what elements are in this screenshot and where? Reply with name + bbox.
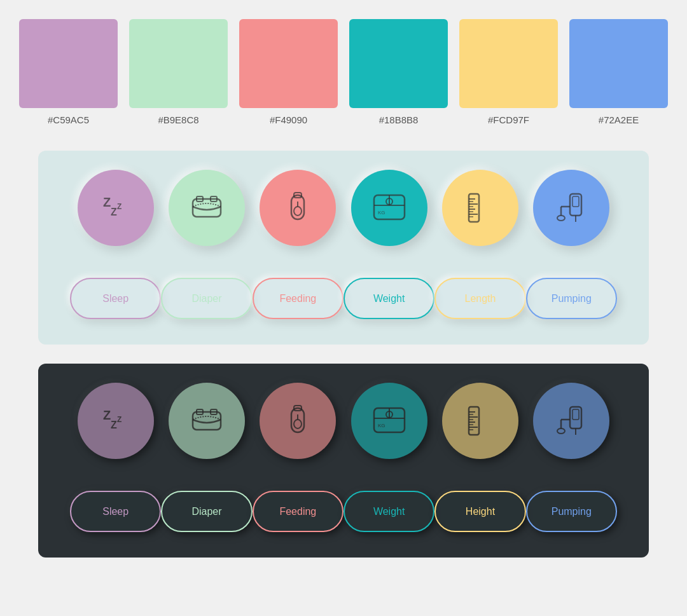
pill-btn-dark-feeding[interactable]: Feeding	[253, 491, 344, 532]
pill-btn-light-sleep[interactable]: Sleep	[70, 278, 161, 319]
svg-rect-54	[570, 407, 581, 428]
circle-icon-dark-height	[442, 383, 518, 459]
pill-btn-dark-pumping[interactable]: Pumping	[526, 491, 617, 532]
swatch-label: #C59AC5	[48, 114, 89, 125]
circle-icon-length	[442, 170, 518, 246]
circle-icon-sleep: Z Z Z	[78, 170, 154, 246]
swatch-item: #F49090	[239, 19, 338, 125]
swatches-section: #C59AC5 #B9E8C8 #F49090 #18B8B8 #FCD97F …	[0, 0, 687, 138]
swatch-box	[129, 19, 228, 108]
pill-btn-dark-sleep[interactable]: Sleep	[70, 491, 161, 532]
circle-icon-dark-feeding	[260, 383, 336, 459]
svg-rect-55	[572, 409, 579, 420]
svg-text:KG: KG	[378, 423, 385, 428]
pill-btn-light-length[interactable]: Length	[434, 278, 525, 319]
pill-btn-dark-diaper[interactable]: Diaper	[161, 491, 252, 532]
swatch-box	[19, 19, 118, 108]
svg-point-8	[294, 207, 302, 216]
svg-text:KG: KG	[378, 210, 385, 216]
pill-btn-light-diaper[interactable]: Diaper	[161, 278, 252, 319]
pill-btn-light-pumping[interactable]: Pumping	[526, 278, 617, 319]
swatch-item: #B9E8C8	[129, 19, 228, 125]
light-icons-row: Z Z Z KG	[70, 170, 617, 246]
swatch-label: #18B8B8	[379, 114, 419, 125]
swatch-box	[239, 19, 338, 108]
circle-icon-diaper	[169, 170, 245, 246]
swatch-label: #FCD97F	[488, 114, 529, 125]
pill-btn-light-weight[interactable]: Weight	[344, 278, 434, 319]
swatch-label: #72A2EE	[599, 114, 639, 125]
svg-point-58	[557, 428, 565, 434]
svg-point-38	[294, 420, 302, 428]
swatch-label: #B9E8C8	[158, 114, 198, 125]
dark-section: Z Z Z KG	[38, 364, 649, 558]
light-buttons-row: SleepDiaperFeedingWeightLengthPumping	[70, 278, 617, 319]
svg-text:Z: Z	[111, 207, 117, 217]
pill-btn-light-feeding[interactable]: Feeding	[253, 278, 344, 319]
svg-rect-25	[572, 196, 579, 207]
circle-icon-dark-weight: KG	[351, 383, 427, 459]
circle-icon-dark-sleep: Z Z Z	[78, 383, 154, 459]
svg-rect-15	[469, 194, 479, 222]
swatch-box	[349, 19, 448, 108]
circle-icon-dark-pumping	[533, 383, 609, 459]
svg-text:Z: Z	[117, 202, 121, 211]
svg-text:Z: Z	[111, 420, 117, 430]
svg-rect-45	[469, 407, 479, 435]
dark-buttons-row: SleepDiaperFeedingWeightHeightPumping	[70, 491, 617, 532]
circle-icon-feeding	[260, 170, 336, 246]
svg-text:Z: Z	[103, 408, 111, 422]
svg-point-28	[557, 216, 565, 221]
swatch-box	[569, 19, 668, 108]
svg-text:Z: Z	[117, 415, 121, 424]
swatch-item: #18B8B8	[349, 19, 448, 125]
swatch-item: #C59AC5	[19, 19, 118, 125]
circle-icon-pumping	[533, 170, 609, 246]
dark-icons-row: Z Z Z KG	[70, 383, 617, 459]
swatch-item: #FCD97F	[459, 19, 558, 125]
swatch-label: #F49090	[270, 114, 307, 125]
swatch-box	[459, 19, 558, 108]
svg-rect-24	[570, 194, 581, 216]
pill-btn-dark-weight[interactable]: Weight	[344, 491, 434, 532]
swatch-item: #72A2EE	[569, 19, 668, 125]
circle-icon-weight: KG	[351, 170, 427, 246]
pill-btn-dark-height[interactable]: Height	[434, 491, 525, 532]
light-section: Z Z Z KG	[38, 151, 649, 345]
circle-icon-dark-diaper	[169, 383, 245, 459]
svg-text:Z: Z	[103, 195, 111, 209]
